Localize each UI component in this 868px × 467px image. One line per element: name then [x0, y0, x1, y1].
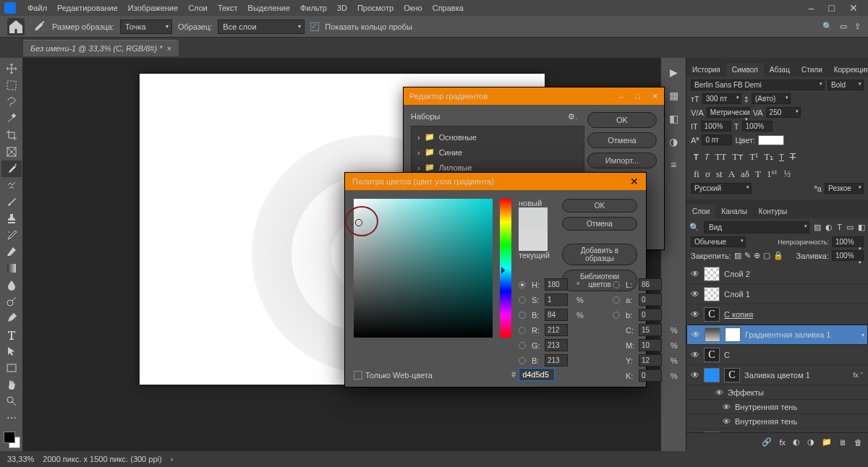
frame-tool[interactable]	[1, 144, 22, 160]
tab-history[interactable]: История	[686, 63, 726, 77]
swatches-icon[interactable]: ▦	[669, 90, 678, 101]
maximize-icon[interactable]: □	[826, 2, 838, 14]
history-brush-tool[interactable]	[1, 227, 22, 244]
y-input[interactable]	[639, 354, 662, 367]
faux-italic[interactable]: T	[705, 151, 710, 163]
fx-icon[interactable]: fx	[779, 438, 786, 447]
smallcaps[interactable]: Tᴛ	[732, 151, 744, 163]
b3-radio[interactable]	[519, 357, 526, 364]
leading-input[interactable]: (Авто)	[752, 93, 791, 104]
healing-tool[interactable]	[1, 177, 22, 194]
antialias-select[interactable]: Резкое	[825, 183, 864, 194]
vscale-input[interactable]: 100%	[701, 121, 731, 132]
tab-correction[interactable]: Коррекция	[828, 63, 868, 77]
a-radio[interactable]	[613, 296, 620, 304]
language-select[interactable]: Русский	[691, 183, 752, 194]
gradient-tool[interactable]	[1, 260, 22, 277]
menu-help[interactable]: Справка	[428, 2, 468, 14]
subscript[interactable]: T₁	[764, 151, 773, 163]
menu-edit[interactable]: Редактирование	[53, 2, 122, 14]
hand-tool[interactable]	[1, 376, 22, 393]
layer-item[interactable]: 👁CЗаливка цветом 1fx ˅	[686, 365, 868, 385]
a-input[interactable]	[639, 294, 662, 306]
close-icon[interactable]: ✕	[846, 2, 861, 14]
tab-channels[interactable]: Каналы	[715, 205, 753, 218]
menu-text[interactable]: Текст	[213, 2, 242, 14]
tab-symbol[interactable]: Символ	[726, 63, 764, 77]
b2-input[interactable]	[639, 309, 662, 321]
document-info[interactable]: 2000 пикс. x 1500 пикс. (300 ppi)	[43, 455, 161, 463]
faux-bold[interactable]: T	[694, 151, 699, 163]
font-family-select[interactable]: Berlin Sans FB Demi	[691, 80, 825, 90]
b-radio[interactable]	[519, 312, 526, 319]
cancel-button[interactable]: Отмена	[587, 132, 657, 148]
allcaps[interactable]: TT	[715, 151, 726, 163]
baseline-input[interactable]: 0 пт	[702, 134, 732, 145]
sb-cursor[interactable]	[355, 219, 362, 226]
show-sampling-ring-checkbox[interactable]	[310, 22, 319, 31]
search-icon[interactable]: 🔍	[822, 22, 833, 31]
close-icon[interactable]: ✕	[630, 176, 639, 187]
text-color-swatch[interactable]	[758, 135, 784, 145]
dodge-tool[interactable]	[1, 294, 22, 310]
menu-view[interactable]: Просмотр	[353, 2, 398, 14]
eraser-tool[interactable]	[1, 244, 22, 260]
h-input[interactable]	[545, 278, 568, 291]
m-input[interactable]	[639, 339, 662, 351]
s-radio[interactable]	[519, 296, 526, 304]
b3-input[interactable]	[545, 354, 568, 367]
br-input[interactable]	[545, 309, 568, 321]
visibility-icon[interactable]: 👁	[691, 269, 699, 279]
color-picker-titlebar[interactable]: Палитра цветов (цвет узла градиента) ✕	[345, 173, 646, 190]
hscale-input[interactable]: 100%	[742, 121, 773, 132]
tracking-input[interactable]: 250	[766, 107, 801, 118]
ok-button[interactable]: OK	[562, 199, 637, 213]
layer-effects[interactable]: 👁Эффекты	[686, 385, 868, 400]
adjustment-icon[interactable]: ◑	[807, 437, 814, 447]
sample-layers-select[interactable]: Все слои	[218, 20, 305, 34]
kerning-select[interactable]: Метрически	[707, 107, 750, 118]
share-icon[interactable]: ⇪	[854, 22, 861, 31]
marquee-tool[interactable]	[1, 77, 22, 94]
tab-styles[interactable]: Стили	[796, 63, 828, 77]
g-input[interactable]	[545, 339, 568, 351]
menu-image[interactable]: Изображение	[124, 2, 182, 14]
menu-layers[interactable]: Слои	[184, 2, 212, 14]
fill-input[interactable]: 100%	[832, 250, 864, 261]
layer-effect-item[interactable]: 👁Внутренняя тень	[686, 400, 868, 414]
opentype-fi[interactable]: fi	[694, 168, 699, 180]
layer-item[interactable]: 👁CC	[686, 345, 868, 365]
h-radio[interactable]	[519, 281, 526, 288]
type-tool[interactable]	[1, 327, 22, 343]
frame-icon[interactable]: ▭	[840, 22, 847, 31]
c-input[interactable]	[639, 324, 662, 336]
l-radio[interactable]	[613, 281, 620, 288]
play-icon[interactable]: ▶	[670, 67, 678, 78]
edit-toolbar[interactable]: ⋯	[1, 409, 22, 426]
gradient-editor-titlebar[interactable]: Редактор градиентов –□✕	[404, 87, 664, 105]
new-layer-icon[interactable]: 🗎	[839, 438, 847, 447]
path-select-tool[interactable]	[1, 343, 22, 359]
menu-3d[interactable]: 3D	[333, 2, 352, 14]
stamp-tool[interactable]	[1, 210, 22, 227]
zoom-level[interactable]: 33,33%	[7, 455, 34, 463]
color-swatches[interactable]	[0, 430, 22, 451]
font-size-input[interactable]: 300 пт	[702, 93, 741, 104]
delete-icon[interactable]: 🗑	[854, 438, 862, 447]
mask-icon[interactable]: ◐	[793, 437, 800, 447]
link-icon[interactable]: 🔗	[762, 437, 772, 447]
tab-close-icon[interactable]: ×	[166, 44, 171, 53]
maximize-icon[interactable]: □	[635, 92, 640, 101]
hex-input[interactable]	[519, 368, 555, 381]
add-swatch-button[interactable]: Добавить в образцы	[562, 244, 637, 265]
wand-tool[interactable]	[1, 111, 22, 127]
gear-icon[interactable]: ⚙.	[568, 112, 577, 121]
minimize-icon[interactable]: –	[806, 2, 817, 14]
ok-button[interactable]: OK	[587, 112, 657, 128]
layer-item[interactable]: 👁Слой 2	[686, 264, 868, 284]
menu-filter[interactable]: Фильтр	[296, 2, 331, 14]
sample-size-select[interactable]: Точка	[120, 20, 172, 34]
crop-tool[interactable]	[1, 127, 22, 144]
preset-folder[interactable]: ›📁Синие	[414, 145, 581, 160]
group-icon[interactable]: 📁	[822, 437, 832, 447]
